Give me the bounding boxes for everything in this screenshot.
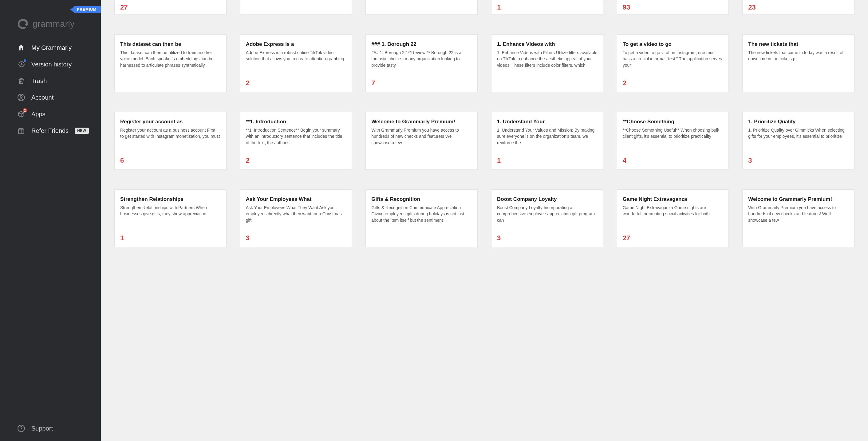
card-body: **1. Introduction Sentence** Begin your … [246, 127, 346, 153]
document-card[interactable]: 1. Prioritize Quality1. Prioritize Quali… [742, 112, 855, 170]
document-card[interactable]: To get a video to goTo get a video to go… [617, 34, 729, 92]
nav-label: Account [31, 94, 54, 101]
card-body: This dataset can then be utilized to tra… [120, 50, 221, 87]
brand-name: grammarly [33, 19, 75, 29]
card-alert-count: 1 [120, 234, 221, 242]
document-card[interactable]: The new tickets thatThe new tickets that… [742, 34, 855, 92]
document-card[interactable]: Ask Your Employees WhatAsk Your Employee… [240, 189, 352, 247]
card-title: Ask Your Employees What [246, 196, 346, 203]
card-title: Boost Company Loyalty [497, 196, 597, 203]
nav: My Grammarly Version history Trash [0, 39, 101, 417]
svg-point-2 [20, 96, 23, 98]
card-body: To get a video to go viral on Instagram,… [623, 50, 723, 76]
premium-badge: PREMIUM [70, 6, 101, 13]
card-body: With Grammarly Premium you have access t… [371, 127, 472, 165]
card-alert-count: 3 [497, 234, 597, 242]
card-body: **Choose Something Useful** When choosin… [623, 127, 723, 153]
document-card[interactable]: 1. Enhance Videos with1. Enhance Videos … [491, 34, 603, 92]
trash-icon [17, 77, 25, 85]
card-body: 1. Understand Your Values and Mission: B… [497, 127, 597, 153]
document-card[interactable]: 93 [617, 0, 729, 15]
document-card[interactable]: **1. Introduction**1. Introduction Sente… [240, 112, 352, 170]
card-title: The new tickets that [748, 41, 849, 48]
document-grid: 2719323This dataset can then beThis data… [114, 0, 855, 247]
document-card[interactable]: Strengthen RelationshipsStrengthen Relat… [114, 189, 226, 247]
card-alert-count: 2 [246, 156, 346, 165]
nav-label: Apps [31, 111, 45, 118]
document-card[interactable]: **Choose Something**Choose Something Use… [617, 112, 729, 170]
card-alert-count: 23 [748, 3, 849, 11]
logo[interactable]: grammarly [0, 0, 101, 39]
card-title: Register your account as [120, 118, 221, 125]
card-body: 1. Enhance Videos with Filters Utilize f… [497, 50, 597, 87]
card-title: Welcome to Grammarly Premium! [371, 118, 472, 125]
card-title: This dataset can then be [120, 41, 221, 48]
card-body: Game Night Extravaganza Game nights are … [623, 205, 723, 231]
card-title: To get a video to go [623, 41, 723, 48]
card-alert-count: 3 [748, 156, 849, 165]
support-label: Support [31, 425, 53, 432]
nav-version-history[interactable]: Version history [17, 56, 101, 72]
document-card[interactable] [240, 0, 352, 15]
grammarly-logo-icon [17, 19, 28, 30]
card-body: Register your account as a business acco… [120, 127, 221, 153]
card-body: Gifts & Recognition Communicate Apprecia… [371, 205, 472, 242]
nav-my-grammarly[interactable]: My Grammarly [17, 39, 101, 56]
card-alert-count: 1 [497, 156, 597, 165]
card-body: The new tickets that came in today was a… [748, 50, 849, 87]
card-title: Welcome to Grammarly Premium! [748, 196, 849, 203]
apps-count-badge: 2 [23, 108, 27, 113]
gift-icon [17, 127, 25, 135]
card-title: **1. Introduction [246, 118, 346, 125]
card-alert-count: 7 [371, 79, 472, 87]
document-card[interactable] [366, 0, 478, 15]
card-body: Adobe Express is a robust online TikTok … [246, 50, 346, 76]
main-content: 2719323This dataset can then beThis data… [101, 0, 868, 441]
document-card[interactable]: This dataset can then beThis dataset can… [114, 34, 226, 92]
nav-label: Version history [31, 61, 72, 68]
card-alert-count: 4 [623, 156, 723, 165]
document-card[interactable]: 23 [742, 0, 855, 15]
card-body: 1. Prioritize Quality over Gimmicks When… [748, 127, 849, 153]
nav-apps[interactable]: 2 Apps [17, 106, 101, 122]
card-alert-count: 27 [623, 234, 723, 242]
card-body: With Grammarly Premium you have access t… [748, 205, 849, 242]
document-card[interactable]: Adobe Express is aAdobe Express is a rob… [240, 34, 352, 92]
card-title: Strengthen Relationships [120, 196, 221, 203]
card-body: ### 1. Borough 22 **Review:** Borough 22… [371, 50, 472, 76]
card-title: 1. Prioritize Quality [748, 118, 849, 125]
document-card[interactable]: Game Night ExtravaganzaGame Night Extrav… [617, 189, 729, 247]
help-icon [17, 424, 25, 432]
nav-support[interactable]: Support [0, 417, 101, 441]
user-icon [17, 93, 25, 101]
card-title: 1. Enhance Videos with [497, 41, 597, 48]
document-card[interactable]: Boost Company LoyaltyBoost Company Loyal… [491, 189, 603, 247]
card-alert-count: 27 [120, 3, 221, 11]
nav-label: Trash [31, 78, 47, 85]
card-title: Gifts & Recognition [371, 196, 472, 203]
document-card[interactable]: 1. Understand Your1. Understand Your Val… [491, 112, 603, 170]
home-icon [17, 44, 25, 52]
card-alert-count: 6 [120, 156, 221, 165]
sidebar: PREMIUM grammarly My Grammarly [0, 0, 101, 441]
document-card[interactable]: Welcome to Grammarly Premium!With Gramma… [742, 189, 855, 247]
document-card[interactable]: ### 1. Borough 22### 1. Borough 22 **Rev… [366, 34, 478, 92]
nav-refer-friends[interactable]: Refer Friends NEW [17, 122, 101, 139]
card-alert-count: 1 [497, 3, 597, 11]
card-alert-count: 2 [623, 79, 723, 87]
document-card[interactable]: 27 [114, 0, 226, 15]
document-card[interactable]: Welcome to Grammarly Premium!With Gramma… [366, 112, 478, 170]
document-card[interactable]: Register your account asRegister your ac… [114, 112, 226, 170]
nav-account[interactable]: Account [17, 89, 101, 106]
apps-icon: 2 [17, 110, 25, 118]
card-alert-count: 2 [246, 79, 346, 87]
card-alert-count: 3 [246, 234, 346, 242]
card-title: 1. Understand Your [497, 118, 597, 125]
nav-label: Refer Friends [31, 127, 68, 135]
nav-trash[interactable]: Trash [17, 72, 101, 89]
card-title: **Choose Something [623, 118, 723, 125]
card-title: ### 1. Borough 22 [371, 41, 472, 48]
document-card[interactable]: Gifts & RecognitionGifts & Recognition C… [366, 189, 478, 247]
document-card[interactable]: 1 [491, 0, 603, 15]
card-title: Adobe Express is a [246, 41, 346, 48]
